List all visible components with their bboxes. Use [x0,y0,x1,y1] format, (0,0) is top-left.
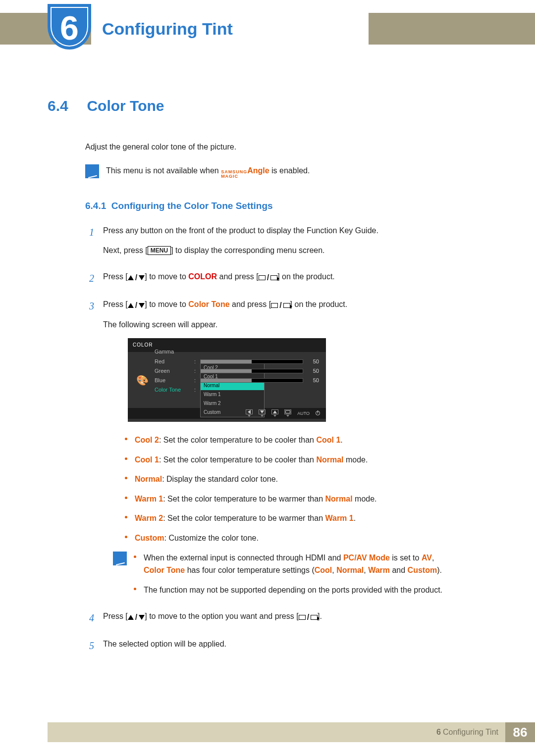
samsung-magic-logo: SAMSUNGMAGIC [221,170,247,179]
step-3: 3 Press [/] to move to Color Tone and pr… [85,298,487,604]
nav-enter-icon [285,410,290,413]
step-number: 2 [85,270,94,291]
note2-line1: When the external input is connected thr… [134,552,442,577]
note-icon [113,552,127,565]
subsection-heading: 6.4.1 Configuring the Color Tone Setting… [85,199,487,213]
osd-row-color-tone: Color Tone: Cool 2 Cool 1 Normal Warm 1 … [155,385,319,395]
step1-line2: Next, press [MENU] to display the corres… [103,244,487,257]
enter-icon: / [271,299,290,312]
nav-up-icon [273,410,277,413]
up-down-icon: / [128,271,145,284]
chapter-title: Configuring Tint [102,19,233,39]
step4-text: Press [/] to move to the option you want… [103,610,487,624]
power-icon [316,411,320,415]
step-number: 4 [85,610,94,631]
bullet-custom: Custom: Customize the color tone. [125,532,487,545]
magic-angle-label: Angle [247,164,269,177]
step1-line1: Press any button on the front of the pro… [103,224,487,237]
footer-chapter-num: 6 [436,728,441,737]
note-text: This menu is not available when SAMSUNGM… [106,164,310,179]
bullet-normal: Normal: Display the standard color tone. [125,473,487,486]
color-tone-keyword: Color Tone [188,300,229,308]
step-5: 5 The selected option will be applied. [85,638,487,657]
step-1: 1 Press any button on the front of the p… [85,224,487,263]
menu-button-icon: MENU [148,246,171,255]
step3-after: The following screen will appear. [103,318,487,331]
option-bullets: Cool 2: Set the color temperature to be … [125,434,487,545]
step-number: 5 [85,638,94,657]
nav-left-icon [248,410,251,414]
osd-screenshot: COLOR 🎨 Red: 50 Green: 50 [128,338,326,422]
note-suffix: is enabled. [269,166,310,175]
up-down-icon: / [128,611,145,624]
chapter-badge: 6 [48,4,91,50]
subsection-number: 6.4.1 [85,201,106,211]
section-title: Color Tone [87,98,164,114]
bullet-warm1: Warm 1: Set the color temperature to be … [125,493,487,505]
palette-icon: 🎨 [136,372,149,388]
note-row: This menu is not available when SAMSUNGM… [85,164,487,179]
steps-list: 1 Press any button on the front of the p… [85,224,487,657]
step-4: 4 Press [/] to move to the option you wa… [85,610,487,631]
section-intro: Adjust the general color tone of the pic… [85,141,487,153]
footer-chapter-title: Configuring Tint [443,728,498,737]
section-number: 6.4 [48,94,85,118]
footer-page-number: 86 [505,722,535,742]
enter-icon: / [259,271,277,284]
footer: 6 Configuring Tint 86 [48,722,535,742]
page-content: 6.4 Color Tone Adjust the general color … [48,94,487,664]
note-icon [85,164,99,178]
osd-auto-label: AUTO [297,410,310,417]
up-down-icon: / [128,299,145,312]
step5-text: The selected option will be applied. [103,638,487,651]
chapter-title-box: Configuring Tint [91,13,369,45]
color-keyword: COLOR [188,272,217,281]
enter-icon: / [299,611,318,624]
nav-down-icon [260,410,264,413]
step-number: 3 [85,298,94,604]
bullet-cool1: Cool 1: Set the color temperature to be … [125,454,487,466]
step2-text: Press [/] to move to COLOR and press [/]… [103,270,487,284]
osd-row-gamma: Gamma [155,347,319,356]
note2-line2: The function may not be supported depend… [134,584,442,597]
step-2: 2 Press [/] to move to COLOR and press [… [85,270,487,291]
bullet-cool2: Cool 2: Set the color temperature to be … [125,434,487,447]
step3-text: Press [/] to move to Color Tone and pres… [103,298,487,312]
note2-row: When the external input is connected thr… [113,552,487,604]
note-prefix: This menu is not available when [106,166,221,175]
subsection-title: Configuring the Color Tone Settings [111,201,273,211]
bullet-warm2: Warm 2: Set the color temperature to be … [125,512,487,525]
section-heading: 6.4 Color Tone [48,94,487,118]
step-number: 1 [85,224,94,263]
